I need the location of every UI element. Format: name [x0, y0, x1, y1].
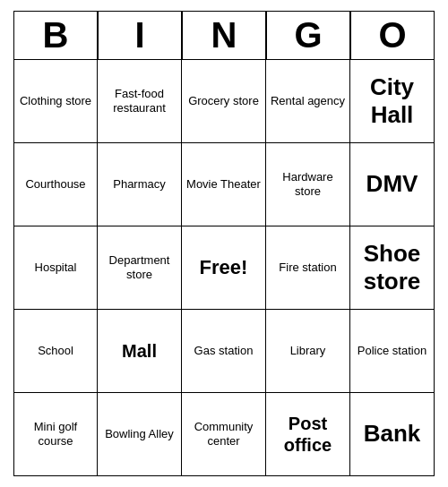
- bingo-cell-r3-c0: School: [13, 310, 98, 393]
- title-letter-g: G: [266, 11, 350, 60]
- title-letter-b: B: [13, 11, 98, 60]
- bingo-cell-r1-c1: Pharmacy: [98, 143, 182, 226]
- bingo-cell-r2-c4: Shoe store: [350, 226, 435, 310]
- title-letter-o: O: [350, 11, 435, 60]
- bingo-cell-r4-c1: Bowling Alley: [98, 393, 182, 476]
- bingo-cell-r0-c1: Fast-food restaurant: [98, 60, 182, 143]
- bingo-cell-r0-c4: City Hall: [350, 60, 435, 143]
- title-letter-n: N: [182, 11, 266, 60]
- bingo-cell-r4-c0: Mini golf course: [13, 393, 98, 476]
- bingo-cell-r3-c2: Gas station: [182, 310, 266, 393]
- bingo-cell-r0-c0: Clothing store: [13, 60, 98, 143]
- bingo-cell-r1-c2: Movie Theater: [182, 143, 266, 226]
- title-letter-i: I: [98, 11, 182, 60]
- bingo-cell-r2-c1: Department store: [98, 226, 182, 310]
- bingo-cell-r2-c3: Fire station: [266, 226, 350, 310]
- bingo-cell-r4-c2: Community center: [182, 393, 266, 476]
- bingo-cell-r0-c2: Grocery store: [182, 60, 266, 143]
- bingo-cell-r2-c0: Hospital: [13, 226, 98, 310]
- bingo-cell-r3-c1: Mall: [98, 310, 182, 393]
- bingo-cell-r3-c4: Police station: [350, 310, 435, 393]
- bingo-grid: Clothing storeFast-food restaurantGrocer…: [13, 60, 435, 476]
- bingo-title-row: BINGO: [13, 11, 435, 60]
- bingo-cell-r3-c3: Library: [266, 310, 350, 393]
- bingo-card: BINGO Clothing storeFast-food restaurant…: [13, 11, 435, 476]
- bingo-cell-r0-c3: Rental agency: [266, 60, 350, 143]
- bingo-cell-r4-c4: Bank: [350, 393, 435, 476]
- bingo-cell-r1-c0: Courthouse: [13, 143, 98, 226]
- bingo-cell-r2-c2: Free!: [182, 226, 266, 310]
- bingo-cell-r1-c4: DMV: [350, 143, 435, 226]
- bingo-cell-r1-c3: Hardware store: [266, 143, 350, 226]
- bingo-cell-r4-c3: Post office: [266, 393, 350, 476]
